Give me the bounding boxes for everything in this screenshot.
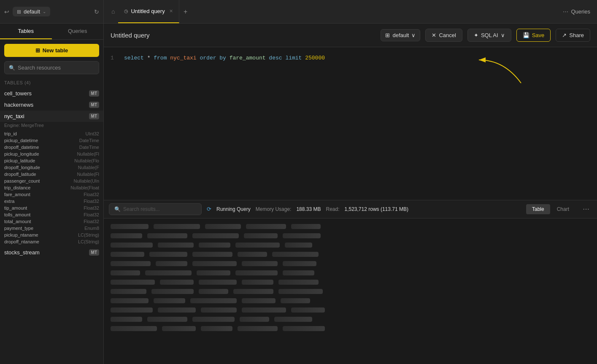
table-cell: [272, 252, 319, 257]
top-bar: ↩ ⊞ default ⌄ ↻ ⌂ ◷ Untitled query ✕ + ⋯…: [0, 0, 597, 24]
table-cell: [244, 233, 278, 238]
running-spinner: ⟳: [207, 206, 211, 212]
sidebar: Tables Queries ⊞ New table 🔍 Search reso…: [0, 24, 104, 364]
schema-column-type: Nullable(UIn: [73, 178, 99, 183]
schema-column-name: pickup_latitude: [4, 158, 35, 163]
table-cell: [199, 243, 230, 248]
schema-column-type: Float32: [84, 192, 99, 197]
table-cell: [111, 233, 142, 238]
table-cell: [162, 326, 196, 331]
table-row: [104, 268, 597, 278]
sql-ai-button[interactable]: ✦ SQL AI ∨: [467, 29, 511, 42]
sidebar-item-stocks_stream[interactable]: stocks_stream MT: [0, 247, 103, 258]
memory-label: Memory Usage:: [256, 206, 292, 212]
save-icon: 💾: [523, 32, 529, 38]
share-label: Share: [569, 32, 584, 38]
db-tab[interactable]: ⊞ default ⌄: [13, 7, 50, 16]
table-cell: [291, 307, 325, 313]
table-view-button[interactable]: Table: [526, 204, 550, 214]
schema-container: trip_idUInt32pickup_datetimeDateTimedrop…: [0, 130, 103, 245]
sqlai-icon: ✦: [474, 32, 478, 38]
table-row: [104, 222, 597, 231]
table-cell: [111, 317, 142, 322]
schema-column-type: UInt32: [86, 131, 99, 136]
table-icon: ⊞: [35, 47, 40, 54]
schema-column-type: Float32: [84, 199, 99, 204]
schema-column-type: Nullable(F: [78, 165, 99, 170]
new-table-button[interactable]: ⊞ New table: [4, 44, 99, 57]
cancel-label: Cancel: [439, 32, 456, 38]
home-tab[interactable]: ⌂: [108, 1, 118, 22]
share-button[interactable]: ↗ Share: [556, 29, 590, 42]
query-tab[interactable]: ◷ Untitled query ✕: [118, 0, 179, 23]
chart-view-button[interactable]: Chart: [551, 204, 575, 214]
schema-row: total_amountFloat32: [0, 218, 103, 225]
table-row: [104, 305, 597, 315]
refresh-icon[interactable]: ↻: [94, 8, 99, 15]
search-icon: 🔍: [9, 65, 15, 71]
queries-button[interactable]: Queries: [571, 8, 590, 15]
table-cell: [192, 252, 232, 257]
schema-column-type: Float32: [84, 205, 99, 210]
sidebar-item-hackernews[interactable]: hackernews MT: [0, 99, 103, 111]
save-button[interactable]: 💾 Save: [516, 29, 551, 42]
search-resources-input[interactable]: 🔍 Search resources: [4, 61, 99, 74]
search-results-input[interactable]: 🔍 Search results...: [109, 203, 202, 215]
tab-close-icon[interactable]: ✕: [169, 8, 173, 14]
sidebar-item-nyc_taxi[interactable]: nyc_taxi MT: [0, 111, 103, 122]
table-cell: [147, 233, 187, 238]
keyword-desc: desc: [269, 55, 285, 61]
new-tab-button[interactable]: +: [179, 5, 192, 18]
limit-value: 250000: [305, 55, 325, 61]
table-row: [104, 231, 597, 240]
read-label: Read:: [326, 206, 339, 212]
sidebar-item-cell_towers[interactable]: cell_towers MT: [0, 88, 103, 99]
tab-tables[interactable]: Tables: [0, 24, 52, 39]
schema-column-name: dropoff_latitude: [4, 172, 36, 177]
table-row: [104, 240, 597, 250]
table-badge: MT: [89, 102, 99, 108]
keyword-limit: limit: [285, 55, 302, 61]
db-tab-label: default: [24, 8, 40, 15]
more-options-button[interactable]: ⋯: [580, 203, 592, 215]
view-toggle: Table Chart: [526, 204, 575, 214]
schema-row: payment_typeEnum8: [0, 225, 103, 232]
read-value: 1,523,712 rows (113.71 MB): [345, 206, 408, 212]
db-selector[interactable]: ⊞ default ∨: [381, 29, 420, 41]
schema-column-name: trip_distance: [4, 185, 30, 190]
schema-row: dropoff_latitudeNullable(Fl: [0, 171, 103, 178]
table-cell: [111, 289, 146, 294]
table-cell: [192, 261, 237, 266]
line-number: 1: [111, 54, 117, 63]
table-cell: [160, 280, 194, 285]
search-placeholder-text: Search resources: [18, 65, 61, 71]
table-cell: [154, 298, 185, 303]
schema-column-name: extra: [4, 199, 14, 204]
table-name: stocks_stream: [4, 249, 40, 256]
tab-loading-icon: ◷: [124, 8, 128, 14]
table-cell: [111, 243, 153, 248]
table-cell: [154, 224, 200, 229]
top-bar-left: ↩ ⊞ default ⌄ ↻: [0, 0, 104, 23]
table-cell: [111, 261, 151, 266]
engine-label: Engine: MergeTree: [0, 122, 103, 130]
tab-queries[interactable]: Queries: [52, 24, 104, 39]
cancel-button[interactable]: ✕ Cancel: [425, 29, 462, 42]
table-cell: [242, 307, 286, 313]
schema-row: passenger_countNullable(UIn: [0, 178, 103, 184]
home-icon: ⌂: [111, 8, 115, 15]
schema-row: pickup_longitudeNullable(Fl: [0, 151, 103, 157]
schema-row: pickup_datetimeDateTime: [0, 137, 103, 144]
db-selector-icon: ⊞: [385, 32, 390, 38]
table-cell: [285, 243, 312, 248]
table-badge: MT: [89, 113, 99, 119]
query-header: Untitled query ⊞ default ∨ ✕ Cancel ✦ SQ…: [104, 24, 597, 47]
code-editor[interactable]: 1 select * from nyc_taxi order by fare_a…: [104, 47, 597, 200]
schema-row: tolls_amountFloat32: [0, 211, 103, 218]
back-icon[interactable]: ↩: [4, 8, 9, 15]
table-row: [104, 315, 597, 324]
table-cell: [190, 298, 237, 303]
table-cell: [111, 298, 149, 303]
table-cell: [235, 243, 280, 248]
table-cell: [111, 280, 155, 285]
